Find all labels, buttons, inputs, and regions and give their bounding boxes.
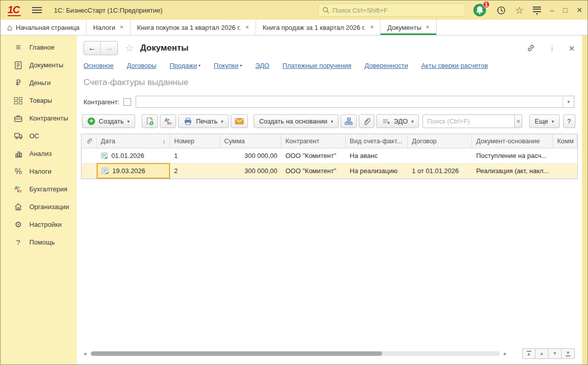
go-first-row-button[interactable]: ▲ [522, 348, 535, 359]
cell-contract[interactable]: 1 от 01.01.2026 [408, 164, 472, 178]
attachment-column-header[interactable] [81, 134, 97, 148]
printer-icon [184, 117, 192, 125]
table-row-selected[interactable]: 19.03.2026 2 300 000,00 ООО "Комитент" Н… [81, 164, 577, 179]
navlink-contracts[interactable]: Договоры [127, 62, 156, 69]
navlink-powers-of-attorney[interactable]: Доверенности [364, 62, 408, 69]
counterparty-combobox[interactable]: ▾ [136, 96, 574, 108]
column-header-invoice-type[interactable]: Вид счета-факт... [346, 134, 408, 148]
notifications-button[interactable]: 1 [473, 3, 487, 17]
add-to-favorites-star-icon[interactable]: ☆ [125, 42, 134, 54]
sidebar-item-help[interactable]: ? Помощь [1, 233, 77, 251]
back-button[interactable]: ← [84, 42, 101, 55]
column-header-comment[interactable]: Комм [553, 134, 577, 148]
sidebar-item-counterparties[interactable]: Контрагенты [1, 109, 77, 127]
navlink-payment-orders[interactable]: Платежные поручения [282, 62, 351, 69]
tab-taxes[interactable]: Налоги × [87, 20, 131, 35]
column-header-contract[interactable]: Договор [408, 134, 472, 148]
cell-invoice-type[interactable]: На реализацию [346, 164, 408, 178]
horizontal-scrollbar[interactable] [90, 351, 500, 356]
favorites-star-icon[interactable]: ☆ [515, 6, 524, 15]
history-icon[interactable] [496, 5, 506, 15]
cell-invoice-type[interactable]: На аванс [346, 148, 408, 163]
prev-row-button[interactable]: ▲ [535, 348, 549, 359]
go-last-row-button[interactable]: ▼ [562, 348, 575, 359]
close-window-button[interactable]: ✕ [576, 6, 582, 14]
cell-base-document[interactable]: Реализация (акт, накл... [472, 164, 553, 178]
table-row[interactable]: 01.01.2026 1 300 000,00 ООО "Комитент" Н… [81, 148, 577, 164]
tab-close-icon[interactable]: × [370, 24, 373, 31]
more-commands-icon[interactable]: ⋮ [549, 45, 555, 52]
sidebar-item-settings[interactable]: ⚙ Настройки [1, 216, 77, 233]
counterparty-input[interactable] [136, 96, 563, 107]
list-search-input[interactable] [423, 117, 514, 125]
column-header-base-document[interactable]: Документ-основание [472, 134, 553, 148]
cell-contract[interactable] [408, 148, 472, 163]
main-menu-icon[interactable] [32, 6, 42, 15]
related-documents-button[interactable] [341, 114, 357, 128]
cell-counterparty[interactable]: ООО "Комитент" [281, 164, 346, 178]
tab-home[interactable]: ⌂ Начальная страница [1, 20, 87, 35]
create-button[interactable]: + Создать▾ [82, 114, 135, 128]
cell-sum[interactable]: 300 000,00 [220, 164, 281, 178]
clear-search-button[interactable]: × [515, 114, 522, 128]
list-search[interactable] [423, 114, 515, 128]
sidebar-item-money[interactable]: ₽ Деньги [1, 74, 77, 92]
cell-base-document[interactable]: Поступление на расч... [472, 148, 553, 163]
print-button[interactable]: Печать▾ [178, 114, 229, 128]
sidebar-item-documents[interactable]: Документы [1, 56, 77, 74]
edo-button[interactable]: ЭДО▾ [376, 114, 419, 128]
tab-close-icon[interactable]: × [245, 24, 249, 31]
minimize-button[interactable]: – [550, 6, 554, 14]
service-menu-icon[interactable]: ▾ [533, 5, 541, 15]
cell-sum[interactable]: 300 000,00 [220, 148, 281, 163]
column-header-counterparty[interactable]: Контрагент [281, 134, 346, 148]
more-button[interactable]: Еще▾ [529, 114, 560, 128]
filter-label: Контрагент: [83, 98, 119, 106]
copy-link-icon[interactable] [526, 44, 535, 53]
show-postings-button[interactable]: ДтКт [160, 114, 176, 128]
cell-comment[interactable] [553, 148, 577, 163]
cell-comment[interactable] [553, 164, 577, 178]
sidebar-item-taxes[interactable]: % Налоги [1, 163, 77, 180]
global-search-input[interactable] [332, 7, 461, 14]
sidebar-item-goods[interactable]: Товары [1, 92, 77, 109]
send-email-button[interactable] [231, 114, 248, 128]
tab-close-icon[interactable]: × [120, 24, 123, 31]
cell-date-selected[interactable]: 19.03.2026 [97, 163, 170, 179]
tab-close-icon[interactable]: × [426, 24, 429, 31]
cell-number[interactable]: 2 [170, 164, 220, 178]
sidebar-item-accounting[interactable]: ДтКт Бухгалтерия [1, 180, 77, 198]
cell-date[interactable]: 01.01.2026 [97, 148, 170, 163]
navlink-sales[interactable]: Продажи▾ [170, 62, 200, 69]
column-header-date[interactable]: Дата ↓ [97, 134, 170, 148]
tab-sales-book[interactable]: Книга продаж за 1 квартал 2026 г. × [256, 20, 381, 35]
global-search[interactable] [318, 4, 466, 17]
forward-button[interactable]: → [101, 42, 117, 55]
sidebar-item-organizations[interactable]: Организации [1, 198, 77, 216]
cell-counterparty[interactable]: ООО "Комитент" [281, 148, 346, 163]
scrollbar-thumb[interactable] [91, 351, 383, 356]
navlink-purchases[interactable]: Покупки▾ [214, 62, 242, 69]
help-button[interactable]: ? [563, 114, 575, 128]
scroll-right-icon[interactable]: ▸ [502, 350, 508, 357]
navlink-reconciliation-acts[interactable]: Акты сверки расчетов [421, 62, 488, 69]
sidebar-item-fixed-assets[interactable]: ОС [1, 127, 77, 145]
copy-button[interactable] [142, 114, 158, 128]
navlink-main[interactable]: Основное [83, 62, 114, 69]
attachments-button[interactable] [359, 114, 374, 128]
combo-dropdown-button[interactable]: ▾ [563, 96, 574, 107]
navlink-edo[interactable]: ЭДО [255, 62, 269, 69]
close-form-icon[interactable]: ✕ [568, 45, 575, 52]
sidebar-item-analysis[interactable]: Анализ [1, 145, 77, 163]
create-based-on-button[interactable]: Создать на основании▾ [254, 114, 339, 128]
column-header-number[interactable]: Номер [170, 134, 220, 148]
scroll-left-icon[interactable]: ◂ [82, 350, 88, 357]
column-header-sum[interactable]: Сумма [220, 134, 281, 148]
sidebar-item-main[interactable]: ≡ Главное [1, 38, 77, 56]
maximize-button[interactable]: □ [563, 6, 567, 14]
counterparty-filter-checkbox[interactable] [123, 98, 131, 106]
tab-documents[interactable]: Документы × [381, 20, 436, 35]
tab-purchase-book[interactable]: Книга покупок за 1 квартал 2026 г. × [131, 20, 256, 35]
cell-number[interactable]: 1 [170, 148, 220, 163]
next-row-button[interactable]: ▼ [549, 348, 562, 359]
